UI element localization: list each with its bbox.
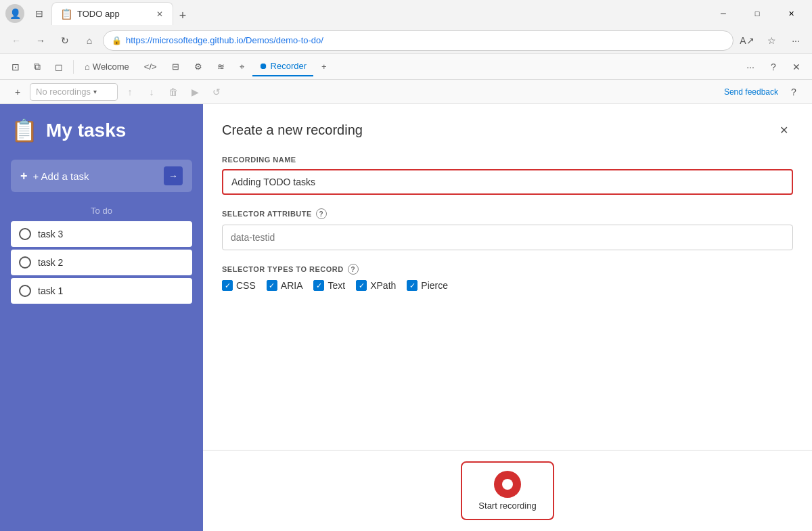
tab-recorder[interactable]: ⏺ Recorder	[252, 57, 313, 76]
checkboxes-row: ✓ CSS ✓ ARIA ✓ Text ✓ XPath	[222, 280, 793, 291]
tab-network[interactable]: ≋	[210, 57, 231, 76]
selector-types-section: SELECTOR TYPES TO RECORD ? ✓ CSS ✓ ARIA …	[222, 264, 793, 291]
selector-attribute-label: SELECTOR ATTRIBUTE ?	[222, 208, 793, 219]
recording-name-label: RECORDING NAME	[222, 156, 793, 164]
add-task-arrow-icon: →	[164, 166, 183, 185]
devtools-toolbar: ⊡ ⧉ ◻ ⌂ Welcome </> ⊟ ⚙ ≋ ⌖ ⏺ Recorder +…	[0, 54, 812, 80]
devtools-more-button[interactable]: ···	[740, 57, 761, 76]
tab-close-button[interactable]: ✕	[155, 8, 164, 20]
inspect-button[interactable]: ⊡	[5, 57, 26, 76]
task-item-1[interactable]: task 1	[11, 278, 192, 304]
url-text: https://microsoftedge.github.io/Demos/de…	[126, 35, 725, 45]
screenshot-button[interactable]: ◻	[49, 57, 69, 76]
close-button[interactable]: ✕	[775, 3, 807, 24]
selector-attribute-section: SELECTOR ATTRIBUTE ?	[222, 208, 793, 250]
task-item-3[interactable]: task 3	[11, 221, 192, 247]
todo-section: To do task 3 task 2 task 1	[11, 206, 192, 304]
replay-button[interactable]: ↺	[207, 83, 226, 101]
active-tab[interactable]: 📋 TODO app ✕	[51, 2, 173, 25]
tabs: 📋 TODO app ✕ +	[51, 2, 708, 25]
pierce-checkbox[interactable]: ✓ Pierce	[407, 280, 448, 291]
xpath-checkbox[interactable]: ✓ XPath	[356, 280, 396, 291]
devtools-help-button[interactable]: ?	[763, 57, 784, 76]
recording-toolbar: + No recordings ▾ ↑ ↓ 🗑 ▶ ↺ Send feedbac…	[0, 80, 812, 104]
minimize-button[interactable]: ─	[708, 3, 739, 24]
task-item-2[interactable]: task 2	[11, 250, 192, 275]
forward-button[interactable]: →	[30, 30, 51, 51]
device-button[interactable]: ⧉	[27, 57, 47, 76]
tab-performance[interactable]: ⌖	[233, 57, 251, 76]
sources-icon: ⚙	[194, 62, 202, 72]
task-1-label: task 1	[38, 285, 63, 296]
download-button[interactable]: ↓	[142, 83, 161, 101]
lock-icon: 🔒	[112, 36, 122, 45]
home-button[interactable]: ⌂	[78, 30, 100, 51]
home-icon: ⌂	[85, 62, 90, 72]
plus-icon: +	[20, 169, 28, 183]
favorites-button[interactable]: ☆	[761, 30, 782, 51]
delete-button[interactable]: 🗑	[164, 83, 183, 101]
task-3-label: task 3	[38, 229, 63, 239]
css-checkbox[interactable]: ✓ CSS	[222, 280, 256, 291]
nav-bar: ← → ↻ ⌂ 🔒 https://microsoftedge.github.i…	[0, 27, 812, 54]
play-button[interactable]: ▶	[185, 83, 204, 101]
new-tab-button[interactable]: +	[173, 6, 192, 25]
recordings-dropdown[interactable]: No recordings ▾	[30, 83, 118, 101]
dialog-title: Create a new recording	[222, 122, 363, 138]
pierce-check-icon: ✓	[407, 280, 418, 291]
maximize-button[interactable]: □	[742, 3, 773, 24]
dialog-close-button[interactable]: ✕	[774, 120, 793, 139]
separator-1	[73, 60, 74, 74]
profile-icon[interactable]: 👤	[5, 4, 24, 23]
selector-attribute-help-icon[interactable]: ?	[316, 208, 327, 219]
tab-elements[interactable]: </>	[137, 57, 164, 76]
start-recording-button[interactable]: Start recording	[461, 461, 554, 520]
window-controls: ─ □ ✕	[708, 3, 807, 24]
add-task-label: + Add a task	[33, 170, 89, 182]
add-task-button[interactable]: + + Add a task →	[11, 160, 192, 192]
todo-section-title: To do	[11, 206, 192, 216]
aria-check-icon: ✓	[267, 280, 277, 291]
task-1-checkbox[interactable]	[19, 285, 31, 297]
more-tools-button[interactable]: ···	[785, 30, 807, 51]
add-task-left: + + Add a task	[20, 169, 89, 183]
refresh-button[interactable]: ↻	[54, 30, 76, 51]
tab-sources[interactable]: ⚙	[187, 57, 209, 76]
task-2-checkbox[interactable]	[19, 256, 31, 269]
address-bar[interactable]: 🔒 https://microsoftedge.github.io/Demos/…	[103, 30, 734, 51]
text-label: Text	[328, 280, 345, 291]
network-icon: ≋	[217, 62, 225, 72]
recorder-icon: ⏺	[259, 61, 268, 71]
recorder-help-button[interactable]: ?	[784, 83, 804, 101]
add-recording-button[interactable]: +	[8, 83, 27, 101]
tab-welcome-label: Welcome	[93, 62, 129, 72]
tab-add[interactable]: +	[315, 57, 334, 76]
todo-app-title: My tasks	[46, 120, 126, 141]
title-bar: 👤 ⊟ 📋 TODO app ✕ + ─ □ ✕	[0, 0, 812, 27]
read-aloud-button[interactable]: A↗	[736, 30, 758, 51]
console-icon: ⊟	[172, 62, 179, 72]
devtools-right: ··· ? ✕	[740, 57, 807, 76]
devtools-close-button[interactable]: ✕	[786, 57, 807, 76]
back-button[interactable]: ←	[5, 30, 27, 51]
tab-console[interactable]: ⊟	[165, 57, 186, 76]
task-3-checkbox[interactable]	[19, 228, 31, 240]
elements-icon: </>	[144, 62, 157, 72]
export-button[interactable]: ↑	[120, 83, 139, 101]
tab-welcome[interactable]: ⌂ Welcome	[78, 57, 136, 76]
todo-panel: 📋 My tasks + + Add a task → To do task 3…	[0, 104, 203, 531]
dropdown-arrow-icon: ▾	[93, 88, 97, 95]
css-check-icon: ✓	[222, 280, 233, 291]
aria-checkbox[interactable]: ✓ ARIA	[267, 280, 303, 291]
text-checkbox[interactable]: ✓ Text	[313, 280, 345, 291]
selector-types-help-icon[interactable]: ?	[348, 264, 359, 275]
send-feedback-link[interactable]: Send feedback	[724, 87, 778, 97]
recording-name-input[interactable]	[222, 169, 793, 195]
recording-name-section: RECORDING NAME	[222, 156, 793, 195]
pierce-label: Pierce	[421, 280, 448, 291]
sidebar-toggle[interactable]: ⊟	[30, 4, 49, 23]
text-check-icon: ✓	[313, 280, 324, 291]
tab-favicon: 📋	[60, 8, 73, 20]
selector-attribute-input[interactable]	[222, 225, 793, 250]
xpath-check-icon: ✓	[356, 280, 367, 291]
